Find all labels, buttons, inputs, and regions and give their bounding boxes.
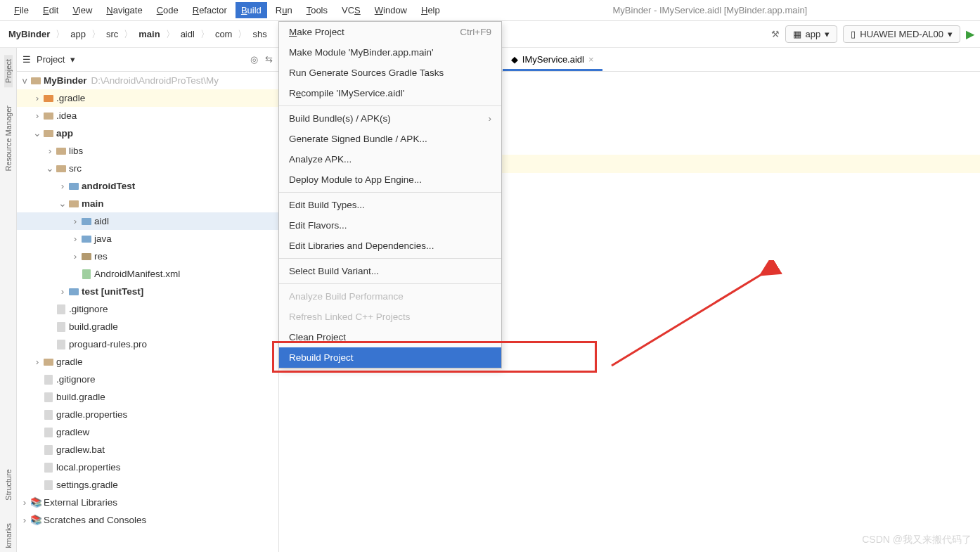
menu-tools[interactable]: Tools [301, 2, 333, 18]
menu-window[interactable]: Window [369, 2, 413, 18]
settings-icon[interactable]: ⇆ [265, 54, 273, 65]
chevron-right-icon: 〉 [238, 28, 247, 41]
target-icon[interactable]: ◎ [250, 54, 258, 65]
tree-root[interactable]: vMyBinderD:\Android\AndroidProTest\My [17, 72, 278, 89]
tree-item[interactable]: build.gradle [17, 318, 278, 335]
menu-view[interactable]: View [67, 2, 98, 18]
tree-item[interactable]: gradle.properties [17, 406, 278, 423]
tree-item[interactable]: ⌄app [17, 124, 278, 142]
tree-item[interactable]: local.properties [17, 458, 278, 476]
menu-run[interactable]: Run [270, 2, 298, 18]
menu-item-recompile-imyservice-aidl[interactable]: Recompile 'IMyService.aidl' [279, 83, 501, 103]
breadcrumb-item[interactable]: com [212, 27, 236, 41]
device-dropdown[interactable]: ▯ HUAWEI MED-AL00 ▾ [843, 25, 960, 43]
chevron-down-icon[interactable]: ▾ [70, 54, 75, 65]
chevron-right-icon: 〉 [124, 28, 133, 41]
menu-item-analyze-apk[interactable]: Analyze APK... [279, 149, 501, 169]
tree-item[interactable]: .gitignore [17, 371, 278, 388]
project-panel: ☰ Project ▾ ◎ ⇆ vMyBinderD:\Android\Andr… [17, 48, 279, 552]
tree-item[interactable]: settings.gradle [17, 476, 278, 494]
watermark: CSDN @我又来搬代码了 [862, 534, 972, 546]
tool-bookmarks[interactable]: kmarks [4, 519, 13, 552]
breadcrumb-item[interactable]: MyBinder [6, 27, 53, 41]
tree-item[interactable]: ›java [17, 230, 278, 248]
tree-item[interactable]: ›androidTest [17, 177, 278, 195]
tree-item[interactable]: ›📚Scratches and Consoles [17, 511, 278, 529]
window-title: MyBinder - IMyService.aidl [MyBinder.app… [613, 5, 808, 15]
chevron-down-icon: ▾ [825, 29, 830, 39]
tree-item[interactable]: ›.idea [17, 107, 278, 124]
tree-item[interactable]: ›res [17, 248, 278, 265]
close-icon[interactable]: × [588, 54, 594, 65]
build-icon[interactable]: ⚒ [771, 29, 780, 39]
menu-code[interactable]: Code [151, 2, 184, 18]
breadcrumb-item[interactable]: aidl [178, 27, 198, 41]
menu-item-make-module-mybinder-app-main[interactable]: Make Module 'MyBinder.app.main' [279, 42, 501, 63]
menu-item-deploy-module-to-app-engine[interactable]: Deploy Module to App Engine... [279, 169, 501, 190]
menu-vcs[interactable]: VCS [336, 2, 366, 18]
tree-item[interactable]: ›test [unitTest] [17, 283, 278, 300]
menu-item-clean-project[interactable]: Clean Project [279, 327, 501, 347]
chevron-right-icon: 〉 [91, 28, 101, 41]
chevron-right-icon: 〉 [166, 28, 175, 41]
tree-item[interactable]: .gitignore [17, 300, 278, 318]
tree-item[interactable]: ›gradle [17, 353, 278, 371]
chevron-right-icon: 〉 [200, 28, 209, 41]
menu-file[interactable]: File [8, 2, 34, 18]
tree-item[interactable]: gradlew.bat [17, 441, 278, 458]
breadcrumb-item[interactable]: app [67, 27, 89, 41]
menu-edit[interactable]: Edit [37, 2, 64, 18]
tree-item[interactable]: ›libs [17, 142, 278, 160]
chevron-right-icon: 〉 [56, 28, 65, 41]
device-icon: ▯ [851, 29, 856, 39]
breadcrumb-item[interactable]: shs [250, 27, 269, 41]
tree-item[interactable]: ⌄main [17, 195, 278, 212]
menu-help[interactable]: Help [415, 2, 446, 18]
menu-bar: FileEditViewNavigateCodeRefactorBuildRun… [0, 0, 980, 21]
menu-refactor[interactable]: Refactor [187, 2, 233, 18]
editor-tab[interactable]: ◆IMyService.aidl× [503, 50, 602, 71]
menu-item-run-generate-sources-gradle-tasks[interactable]: Run Generate Sources Gradle Tasks [279, 63, 501, 83]
device-label: HUAWEI MED-AL00 [860, 29, 943, 39]
tool-project[interactable]: Project [4, 55, 13, 87]
run-config-label: app [806, 29, 821, 39]
project-tree[interactable]: vMyBinderD:\Android\AndroidProTest\My›.g… [17, 72, 278, 552]
menu-item-rebuild-project[interactable]: Rebuild Project [279, 347, 501, 368]
menu-build[interactable]: Build [236, 2, 267, 18]
tree-item[interactable]: ›📚External Libraries [17, 494, 278, 511]
run-config-dropdown[interactable]: ▦ app ▾ [785, 25, 838, 43]
chevron-down-icon: ▾ [948, 29, 953, 39]
breadcrumb-item[interactable]: main [136, 27, 162, 41]
run-button[interactable]: ▶ [966, 27, 974, 41]
menu-item-edit-libraries-and-dependencies[interactable]: Edit Libraries and Dependencies... [279, 236, 501, 256]
android-icon: ▦ [793, 29, 801, 39]
menu-item-analyze-build-performance: Analyze Build Performance [279, 286, 501, 307]
tree-item[interactable]: ›.gradle [17, 89, 278, 107]
breadcrumb-item[interactable]: src [103, 27, 121, 41]
menu-item-build-bundle-s-apk-s[interactable]: Build Bundle(s) / APK(s)› [279, 108, 501, 129]
build-menu-dropdown: Make ProjectCtrl+F9Make Module 'MyBinder… [278, 21, 502, 368]
tree-item[interactable]: build.gradle [17, 388, 278, 406]
tree-item[interactable]: gradlew [17, 423, 278, 441]
menu-item-edit-build-types[interactable]: Edit Build Types... [279, 195, 501, 215]
menu-navigate[interactable]: Navigate [101, 2, 148, 18]
menu-item-select-build-variant[interactable]: Select Build Variant... [279, 261, 501, 281]
tree-item[interactable]: ›aidl [17, 212, 278, 230]
breadcrumb[interactable]: MyBinder〉app〉src〉main〉aidl〉com〉shs [6, 27, 270, 41]
tool-structure[interactable]: Structure [4, 465, 13, 505]
tool-resource-manager[interactable]: Resource Manager [4, 101, 13, 176]
menu-item-edit-flavors[interactable]: Edit Flavors... [279, 215, 501, 236]
project-icon: ☰ [22, 54, 31, 65]
file-icon: ◆ [511, 54, 518, 65]
project-panel-header: ☰ Project ▾ ◎ ⇆ [17, 48, 278, 72]
tree-item[interactable]: ⌄src [17, 160, 278, 177]
project-panel-title[interactable]: Project [37, 54, 65, 65]
menu-item-make-project[interactable]: Make ProjectCtrl+F9 [279, 22, 501, 42]
tree-item[interactable]: AndroidManifest.xml [17, 265, 278, 283]
tree-item[interactable]: proguard-rules.pro [17, 335, 278, 353]
left-tool-gutter: Project Resource Manager Structure kmark… [0, 48, 17, 552]
menu-item-generate-signed-bundle-apk[interactable]: Generate Signed Bundle / APK... [279, 129, 501, 149]
menu-item-refresh-linked-c-projects: Refresh Linked C++ Projects [279, 307, 501, 327]
